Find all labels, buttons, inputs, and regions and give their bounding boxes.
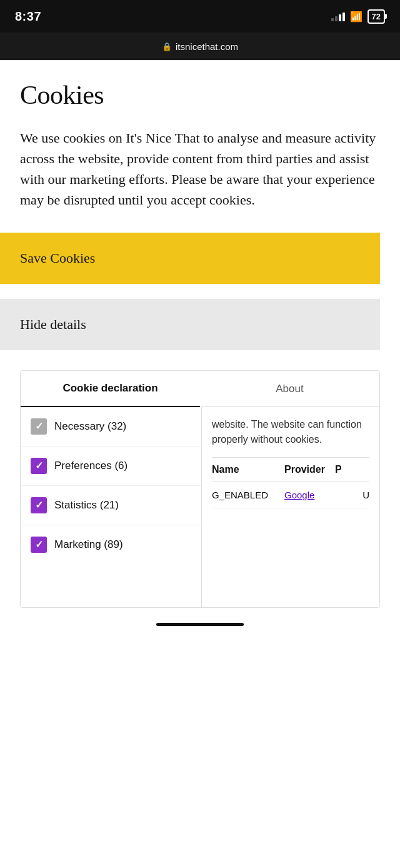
statistics-label: Statistics (21) xyxy=(54,499,119,512)
address-bar[interactable]: 🔒 itsnicethat.com xyxy=(0,33,400,60)
preferences-option[interactable]: ✓ Preferences (6) xyxy=(21,447,201,486)
table-header: Name Provider P xyxy=(212,457,369,482)
row-p: U xyxy=(362,490,369,500)
row-provider[interactable]: Google xyxy=(284,490,352,500)
col-p-header: P xyxy=(335,464,369,475)
necessary-label: Necessary (32) xyxy=(54,420,126,433)
cookie-options-list: ✓ Necessary (32) ✓ Preferences (6) ✓ Sta… xyxy=(21,407,202,607)
right-description: website. The website can function proper… xyxy=(212,417,369,447)
tab-cookie-declaration[interactable]: Cookie declaration xyxy=(21,371,200,407)
signal-icon xyxy=(331,11,345,21)
necessary-checkbox[interactable]: ✓ xyxy=(31,418,47,435)
statistics-checkbox[interactable]: ✓ xyxy=(31,497,47,513)
statistics-option[interactable]: ✓ Statistics (21) xyxy=(21,486,201,525)
status-icons: 📶 72 xyxy=(331,9,385,24)
status-time: 8:37 xyxy=(15,9,41,24)
col-provider-header: Provider xyxy=(284,464,325,475)
tab-about[interactable]: About xyxy=(200,371,379,406)
necessary-option[interactable]: ✓ Necessary (32) xyxy=(21,407,201,447)
preferences-label: Preferences (6) xyxy=(54,460,128,472)
battery-indicator: 72 xyxy=(368,9,385,24)
page-title: Cookies xyxy=(20,80,380,110)
page-content: Cookies We use cookies on It's Nice That… xyxy=(0,60,400,643)
table-row: G_ENABLED Google U xyxy=(212,482,369,508)
status-bar: 8:37 📶 72 xyxy=(0,0,400,33)
checkmark-icon: ✓ xyxy=(35,540,43,550)
right-column: website. The website can function proper… xyxy=(202,407,379,607)
marketing-checkbox[interactable]: ✓ xyxy=(31,537,47,553)
tabs-row: Cookie declaration About xyxy=(21,371,379,407)
url-text: itsnicethat.com xyxy=(176,41,238,52)
home-indicator xyxy=(156,623,244,626)
checkmark-icon: ✓ xyxy=(35,421,43,431)
cookie-declaration-section: Cookie declaration About ✓ Necessary (32… xyxy=(20,370,380,608)
marketing-label: Marketing (89) xyxy=(54,538,123,551)
row-name: G_ENABLED xyxy=(212,490,274,500)
preferences-checkbox[interactable]: ✓ xyxy=(31,458,47,474)
checkmark-icon: ✓ xyxy=(35,461,43,471)
checkmark-icon: ✓ xyxy=(35,500,43,510)
lock-icon: 🔒 xyxy=(162,42,172,51)
hide-details-button[interactable]: Hide details xyxy=(0,299,380,350)
cookies-description: We use cookies on It's Nice That to anal… xyxy=(20,128,380,210)
save-cookies-button[interactable]: Save Cookies xyxy=(0,233,380,284)
col-name-header: Name xyxy=(212,464,274,475)
declaration-body: ✓ Necessary (32) ✓ Preferences (6) ✓ Sta… xyxy=(21,407,379,607)
marketing-option[interactable]: ✓ Marketing (89) xyxy=(21,525,201,564)
wifi-icon: 📶 xyxy=(350,11,362,23)
